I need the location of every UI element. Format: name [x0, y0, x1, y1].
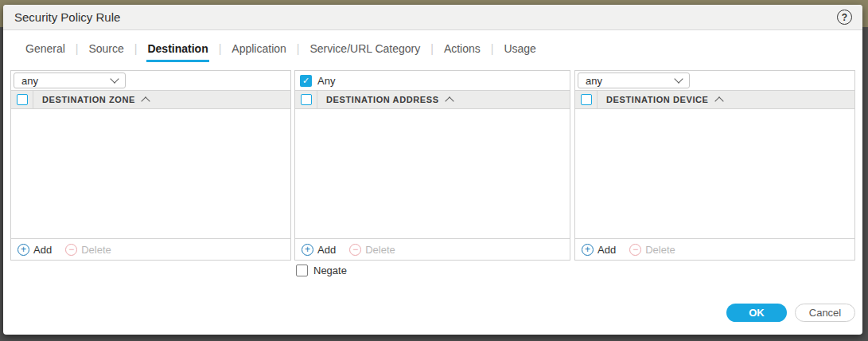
- circle-minus-icon: −: [349, 244, 361, 256]
- add-button-label: Add: [33, 244, 52, 256]
- sort-ascending-icon[interactable]: [714, 96, 723, 105]
- address-column-header[interactable]: DESTINATION ADDRESS: [326, 95, 439, 104]
- device-type-dropdown[interactable]: any: [578, 73, 690, 88]
- dialog-actions: OK Cancel: [726, 304, 855, 322]
- tab-usage[interactable]: Usage: [503, 41, 536, 62]
- device-filter-row: any: [575, 71, 854, 90]
- address-footer: + Add − Delete: [295, 238, 570, 260]
- device-table-body[interactable]: [575, 109, 854, 238]
- circle-plus-icon: +: [582, 244, 594, 256]
- help-icon[interactable]: ?: [837, 10, 852, 25]
- zone-add-button[interactable]: + Add: [18, 244, 52, 256]
- delete-button-label: Delete: [645, 244, 675, 256]
- tab-separator: |: [287, 41, 309, 62]
- zone-table-body[interactable]: [11, 109, 290, 238]
- dialog-titlebar: Security Policy Rule ?: [3, 5, 862, 30]
- device-add-button[interactable]: + Add: [582, 244, 616, 256]
- device-type-value: any: [586, 75, 602, 87]
- negate-checkbox[interactable]: [296, 265, 308, 276]
- device-column-header[interactable]: DESTINATION DEVICE: [606, 95, 709, 104]
- zone-header-checkbox-cell: [11, 91, 33, 108]
- sort-ascending-icon[interactable]: [141, 96, 150, 105]
- address-table-body[interactable]: [295, 109, 570, 238]
- device-header-checkbox-cell: [575, 91, 597, 108]
- zone-delete-button[interactable]: − Delete: [65, 244, 111, 256]
- delete-button-label: Delete: [365, 244, 395, 256]
- tab-application[interactable]: Application: [231, 41, 287, 62]
- tab-source[interactable]: Source: [88, 41, 124, 62]
- cancel-button[interactable]: Cancel: [795, 304, 855, 322]
- zone-footer: + Add − Delete: [11, 238, 290, 260]
- tab-actions[interactable]: Actions: [443, 41, 481, 62]
- zone-select-all-checkbox[interactable]: [17, 94, 28, 105]
- zone-column-header[interactable]: DESTINATION ZONE: [42, 95, 135, 104]
- circle-minus-icon: −: [65, 244, 77, 256]
- address-select-all-checkbox[interactable]: [301, 94, 312, 105]
- zone-filter-row: any: [11, 71, 290, 90]
- tab-bar: General | Source | Destination | Applica…: [25, 41, 862, 62]
- device-select-all-checkbox[interactable]: [581, 94, 592, 105]
- destination-device-panel: any DESTINATION DEVICE + Add − Delete: [574, 70, 855, 261]
- device-delete-button[interactable]: − Delete: [629, 244, 675, 256]
- address-any-row: ✓ Any: [295, 71, 570, 90]
- sort-ascending-icon[interactable]: [445, 96, 453, 105]
- negate-label: Negate: [313, 265, 347, 276]
- zone-type-dropdown[interactable]: any: [14, 73, 126, 88]
- dialog-title: Security Policy Rule: [14, 10, 120, 24]
- tab-separator: |: [209, 41, 232, 62]
- address-table-header: DESTINATION ADDRESS: [295, 90, 570, 109]
- tab-separator: |: [66, 41, 88, 62]
- device-table-header: DESTINATION DEVICE: [575, 90, 854, 109]
- delete-button-label: Delete: [81, 244, 111, 256]
- tab-separator: |: [481, 41, 504, 62]
- destination-address-panel: ✓ Any DESTINATION ADDRESS + Add − Delete: [294, 70, 570, 261]
- ok-button[interactable]: OK: [726, 304, 787, 322]
- tab-destination[interactable]: Destination: [146, 41, 208, 62]
- any-checkbox-label: Any: [317, 75, 335, 87]
- circle-plus-icon: +: [302, 244, 313, 256]
- circle-minus-icon: −: [629, 244, 641, 256]
- tab-general[interactable]: General: [25, 41, 66, 62]
- negate-row: Negate: [296, 265, 347, 276]
- address-delete-button[interactable]: − Delete: [349, 244, 395, 256]
- add-button-label: Add: [597, 244, 616, 256]
- circle-plus-icon: +: [18, 244, 29, 256]
- zone-table-header: DESTINATION ZONE: [11, 90, 290, 109]
- any-checkbox[interactable]: ✓: [300, 75, 312, 87]
- address-header-checkbox-cell: [295, 91, 317, 108]
- tab-service-url-category[interactable]: Service/URL Category: [309, 41, 421, 62]
- zone-type-value: any: [21, 75, 38, 87]
- destination-zone-panel: any DESTINATION ZONE + Add − Delete: [10, 70, 291, 261]
- security-policy-rule-dialog: Security Policy Rule ? General | Source …: [3, 5, 862, 335]
- add-button-label: Add: [317, 244, 336, 256]
- tab-separator: |: [125, 41, 147, 62]
- tab-separator: |: [421, 41, 443, 62]
- address-add-button[interactable]: + Add: [302, 244, 336, 256]
- chevron-down-icon: [110, 74, 119, 83]
- chevron-down-icon: [674, 74, 683, 83]
- device-footer: + Add − Delete: [575, 238, 854, 260]
